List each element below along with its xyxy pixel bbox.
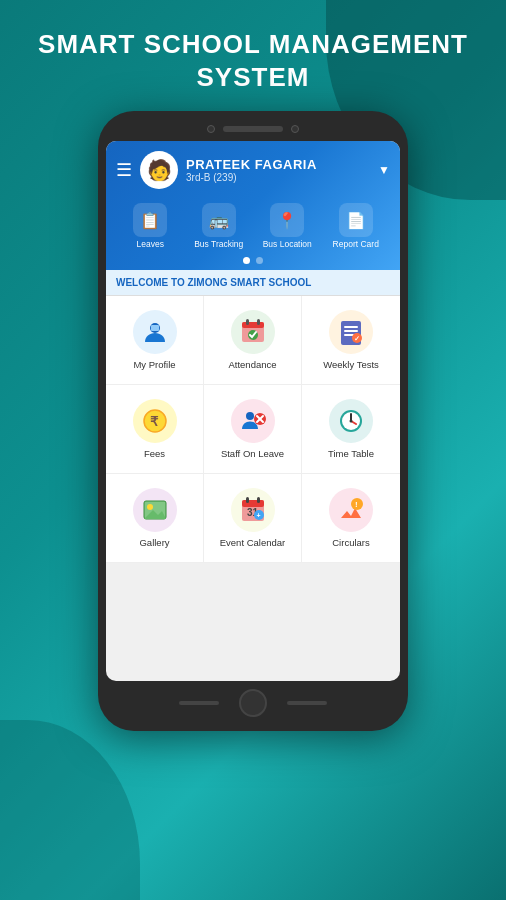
nav-label-bus-tracking: Bus Tracking [194,239,243,249]
gallery-icon [133,488,177,532]
menu-label-time-table: Time Table [328,448,374,459]
phone-camera-2 [291,125,299,133]
dot-2[interactable] [256,257,263,264]
avatar-icon: 🧑 [147,158,172,182]
menu-item-time-table[interactable]: Time Table [302,385,400,474]
svg-point-23 [350,420,353,423]
svg-rect-10 [344,334,354,336]
leaves-icon: 📋 [133,203,167,237]
menu-label-attendance: Attendance [228,359,276,370]
dropdown-arrow-icon[interactable]: ▼ [378,163,390,177]
app-header: ☰ 🧑 PRATEEK FAGARIA 3rd-B (239) ▼ 📋 Leav… [106,141,400,270]
nav-item-bus-tracking[interactable]: 🚌 Bus Tracking [194,203,244,249]
svg-rect-29 [242,500,264,507]
menu-item-attendance[interactable]: Attendance [204,296,302,385]
menu-item-fees[interactable]: ₹ Fees [106,385,204,474]
avatar: 🧑 [140,151,178,189]
menu-label-circulars: Circulars [332,537,369,548]
phone-recent-button[interactable] [287,701,327,705]
svg-point-26 [147,504,153,510]
welcome-banner: WELCOME TO ZIMONG SMART SCHOOL [106,270,400,296]
attendance-icon [231,310,275,354]
svg-rect-8 [344,326,358,328]
staff-on-leave-icon [231,399,275,443]
bus-tracking-icon: 🚌 [202,203,236,237]
menu-item-circulars[interactable]: ! Circulars [302,474,400,563]
nav-item-leaves[interactable]: 📋 Leaves [125,203,175,249]
phone-camera [207,125,215,133]
svg-point-15 [246,412,254,420]
menu-item-event-calendar[interactable]: 31 + Event Calendar [204,474,302,563]
phone-home-button[interactable] [239,689,267,717]
page-title: SMART SCHOOL MANAGEMENT SYSTEM [38,28,468,93]
report-card-icon: 📄 [339,203,373,237]
nav-item-report-card[interactable]: 📄 Report Card [331,203,381,249]
weekly-tests-icon: ✓ [329,310,373,354]
menu-item-gallery[interactable]: Gallery [106,474,204,563]
svg-rect-31 [257,497,260,503]
svg-rect-3 [242,322,264,328]
svg-text:✓: ✓ [354,335,360,342]
my-profile-icon [133,310,177,354]
bus-location-icon: 📍 [270,203,304,237]
time-table-icon [329,399,373,443]
user-name: PRATEEK FAGARIA [186,157,370,172]
carousel-dots [116,251,390,270]
event-calendar-icon: 31 + [231,488,275,532]
svg-text:+: + [256,512,260,519]
menu-label-gallery: Gallery [139,537,169,548]
dot-1[interactable] [243,257,250,264]
phone-back-button[interactable] [179,701,219,705]
svg-rect-30 [246,497,249,503]
menu-item-my-profile[interactable]: My Profile [106,296,204,385]
svg-text:₹: ₹ [150,414,159,429]
menu-item-weekly-tests[interactable]: ✓ Weekly Tests [302,296,400,385]
nav-label-report-card: Report Card [333,239,379,249]
fees-icon: ₹ [133,399,177,443]
circulars-icon: ! [329,488,373,532]
svg-rect-1 [151,325,159,331]
phone-shell: ☰ 🧑 PRATEEK FAGARIA 3rd-B (239) ▼ 📋 Leav… [98,111,408,731]
nav-label-bus-location: Bus Location [263,239,312,249]
phone-top-bar [106,125,400,133]
phone-bottom-bar [106,689,400,717]
menu-label-event-calendar: Event Calendar [220,537,285,548]
svg-rect-9 [344,330,358,332]
svg-text:!: ! [355,500,358,509]
phone-speaker [223,126,283,132]
user-info: PRATEEK FAGARIA 3rd-B (239) [186,157,370,183]
menu-label-fees: Fees [144,448,165,459]
nav-icons-row: 📋 Leaves 🚌 Bus Tracking 📍 Bus Location 📄… [116,197,390,251]
svg-rect-4 [246,319,249,325]
menu-item-staff-on-leave[interactable]: Staff On Leave [204,385,302,474]
menu-label-weekly-tests: Weekly Tests [323,359,379,370]
header-row: ☰ 🧑 PRATEEK FAGARIA 3rd-B (239) ▼ [116,151,390,197]
nav-label-leaves: Leaves [137,239,164,249]
phone-screen: ☰ 🧑 PRATEEK FAGARIA 3rd-B (239) ▼ 📋 Leav… [106,141,400,681]
menu-label-my-profile: My Profile [133,359,175,370]
user-class: 3rd-B (239) [186,172,370,183]
svg-rect-5 [257,319,260,325]
menu-label-staff-on-leave: Staff On Leave [221,448,284,459]
menu-grid: My Profile Attendance [106,296,400,563]
nav-item-bus-location[interactable]: 📍 Bus Location [262,203,312,249]
hamburger-menu-button[interactable]: ☰ [116,159,132,181]
